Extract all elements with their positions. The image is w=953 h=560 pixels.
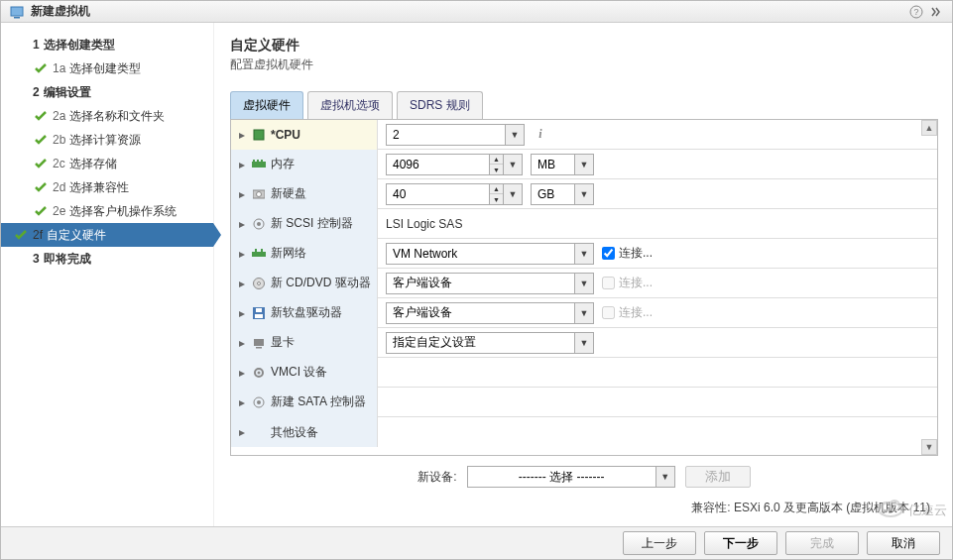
memory-icon [252,158,266,171]
expand-icon[interactable]: ▸ [237,366,247,380]
check-icon [33,132,49,148]
expand-icon[interactable]: ▸ [237,336,247,350]
scsi-label: 新 SCSI 控制器 [271,215,353,232]
titlebar: 新建虚拟机 ? [1,1,952,23]
disk-unit[interactable]: ▼ [531,183,594,205]
floppy-input[interactable] [386,302,574,324]
next-button[interactable]: 下一步 [704,531,777,555]
hardware-panel: ▲ ▼ ▸ *CPU ▼ [230,119,938,456]
gear-icon [252,366,266,380]
row-cpu: ▸ *CPU ▼ i [231,120,937,150]
memory-input[interactable] [386,154,489,175]
disk-unit-input[interactable] [531,183,574,205]
wizard-sidebar: 1 选择创建类型 1a 选择创建类型 2 编辑设置 2a 选择名称和文件夹 2b… [1,23,214,526]
add-button[interactable]: 添加 [685,466,751,488]
other-label: 其他设备 [271,424,318,441]
chevron-down-icon[interactable]: ▼ [574,243,594,265]
expand-icon[interactable]: ▸ [237,306,247,320]
row-disk: ▸ 新硬盘 ▲▼ ▼ ▼ [231,179,937,209]
step-2[interactable]: 2 编辑设置 [1,80,213,104]
new-device-select[interactable]: ▼ [467,466,675,488]
svg-rect-15 [261,249,263,252]
chevron-down-icon[interactable]: ▼ [574,302,594,324]
floppy-connect: 连接... [602,304,653,321]
tabs: 虚拟硬件 虚拟机选项 SDRS 规则 [230,91,938,119]
step-2f-current[interactable]: 2f 自定义硬件 [1,223,213,247]
disk-input[interactable] [386,183,489,205]
expand-icon[interactable]: ▸ [237,158,247,171]
row-network: ▸ 新网络 ▼ 连接... [231,239,937,269]
finish-button: 完成 [785,531,859,555]
main-header: 自定义硬件 配置虚拟机硬件 [230,37,938,73]
network-select[interactable]: ▼ [386,243,594,265]
memory-spinner[interactable]: ▲▼ [489,154,503,175]
expand-icon[interactable]: ▸ [237,395,247,409]
disk-input-combo[interactable]: ▲▼ ▼ [386,183,523,205]
floppy-icon [252,306,266,320]
chevron-down-icon[interactable]: ▼ [655,466,675,488]
gpu-select[interactable]: ▼ [386,332,594,354]
cdrom-label: 新 CD/DVD 驱动器 [271,275,371,291]
network-input[interactable] [386,243,574,265]
help-icon[interactable]: ? [908,4,924,20]
cpu-select[interactable]: ▼ [386,124,525,146]
step-2a[interactable]: 2a 选择名称和文件夹 [1,104,213,128]
step-1a[interactable]: 1a 选择创建类型 [1,56,213,80]
scrollbar-down-icon[interactable]: ▼ [921,439,937,455]
step-2b[interactable]: 2b 选择计算资源 [1,128,213,152]
expand-icon[interactable]: ▸ [237,187,247,201]
chevron-down-icon[interactable]: ▼ [574,332,594,354]
svg-rect-0 [11,7,23,16]
tab-sdrs[interactable]: SDRS 规则 [397,91,483,119]
info-icon[interactable]: i [533,127,548,143]
step-3[interactable]: 3 即将完成 [1,247,213,271]
step-2e[interactable]: 2e 选择客户机操作系统 [1,199,213,223]
cdrom-select[interactable]: ▼ [386,273,594,294]
vmci-label: VMCI 设备 [271,364,327,381]
expand-icon[interactable]: ▸ [237,425,247,439]
memory-input-combo[interactable]: ▲▼ ▼ [386,154,523,175]
cpu-input[interactable] [386,124,505,146]
cpu-icon [252,128,266,142]
chevron-down-icon[interactable]: ▼ [505,124,525,146]
svg-rect-14 [255,249,257,252]
tab-hardware[interactable]: 虚拟硬件 [230,91,303,119]
expand-icon[interactable]: ▸ [237,247,247,261]
expand-icon[interactable]: ▸ [237,217,247,231]
step-2c[interactable]: 2c 选择存储 [1,152,213,175]
network-connect-checkbox[interactable] [602,247,615,260]
vm-icon [9,4,25,20]
dialog-title: 新建虚拟机 [31,3,902,20]
scrollbar-up-icon[interactable]: ▲ [921,120,937,136]
cdrom-input[interactable] [386,273,574,294]
chevron-down-icon[interactable]: ▼ [503,183,523,205]
chevron-down-icon[interactable]: ▼ [574,154,594,175]
floppy-select[interactable]: ▼ [386,302,594,324]
tab-vm-options[interactable]: 虚拟机选项 [307,91,393,119]
new-device-input[interactable] [467,466,655,488]
expand-icon[interactable]: ▸ [237,128,247,142]
disk-spinner[interactable]: ▲▼ [489,183,503,205]
page-subtitle: 配置虚拟机硬件 [230,56,938,73]
expand-icon[interactable] [928,4,944,20]
cancel-button[interactable]: 取消 [867,531,940,555]
back-button[interactable]: 上一步 [623,531,696,555]
disk-icon [252,187,266,201]
dialog-body: 1 选择创建类型 1a 选择创建类型 2 编辑设置 2a 选择名称和文件夹 2b… [1,23,952,526]
svg-text:?: ? [913,7,918,17]
step-1[interactable]: 1 选择创建类型 [1,33,213,56]
row-sata: ▸ 新建 SATA 控制器 [231,388,937,417]
scsi-value: LSI Logic SAS [386,217,462,231]
memory-unit-input[interactable] [531,154,574,175]
cdrom-icon [252,277,266,290]
chevron-down-icon[interactable]: ▼ [574,273,594,294]
cdrom-connect: 连接... [602,275,653,291]
gpu-input[interactable] [386,332,574,354]
gpu-label: 显卡 [271,334,295,351]
memory-unit[interactable]: ▼ [531,154,594,175]
chevron-down-icon[interactable]: ▼ [574,183,594,205]
chevron-down-icon[interactable]: ▼ [503,154,523,175]
expand-icon[interactable]: ▸ [237,277,247,290]
step-2d[interactable]: 2d 选择兼容性 [1,175,213,199]
network-connect[interactable]: 连接... [602,245,653,262]
